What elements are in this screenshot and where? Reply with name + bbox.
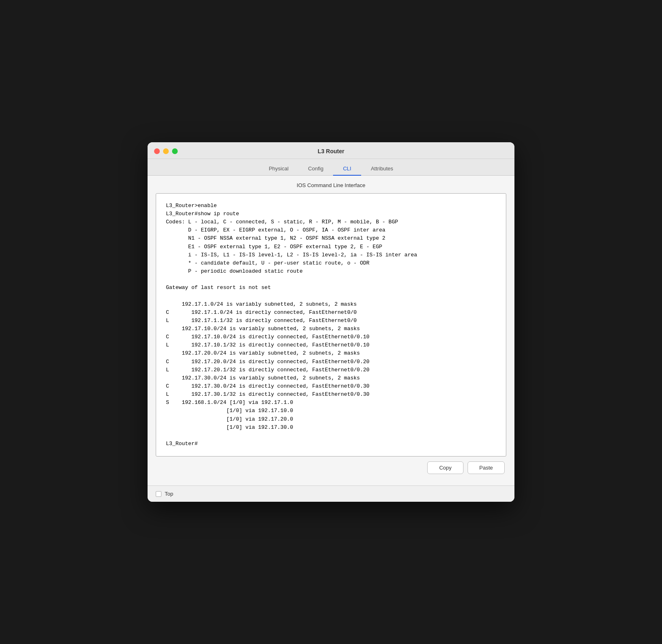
button-row: Copy Paste (156, 457, 506, 479)
tab-attributes[interactable]: Attributes (361, 162, 403, 176)
titlebar: L3 Router (148, 142, 514, 159)
tabs-bar: Physical Config CLI Attributes (148, 159, 514, 176)
footer-bar: Top (148, 485, 514, 502)
window-title: L3 Router (318, 148, 344, 154)
top-checkbox[interactable] (156, 491, 161, 497)
maximize-button[interactable] (172, 148, 178, 154)
top-label: Top (165, 491, 173, 497)
paste-button[interactable]: Paste (468, 461, 505, 474)
tab-physical[interactable]: Physical (259, 162, 298, 176)
app-window: L3 Router Physical Config CLI Attributes… (148, 142, 514, 502)
window-controls (154, 148, 178, 154)
minimize-button[interactable] (163, 148, 169, 154)
content-area: IOS Command Line Interface L3_Router>ena… (148, 176, 514, 485)
close-button[interactable] (154, 148, 160, 154)
section-label: IOS Command Line Interface (156, 182, 506, 188)
tab-cli[interactable]: CLI (333, 162, 361, 176)
tab-config[interactable]: Config (298, 162, 333, 176)
terminal-output[interactable]: L3_Router>enable L3_Router#show ip route… (156, 193, 506, 457)
copy-button[interactable]: Copy (427, 461, 463, 474)
